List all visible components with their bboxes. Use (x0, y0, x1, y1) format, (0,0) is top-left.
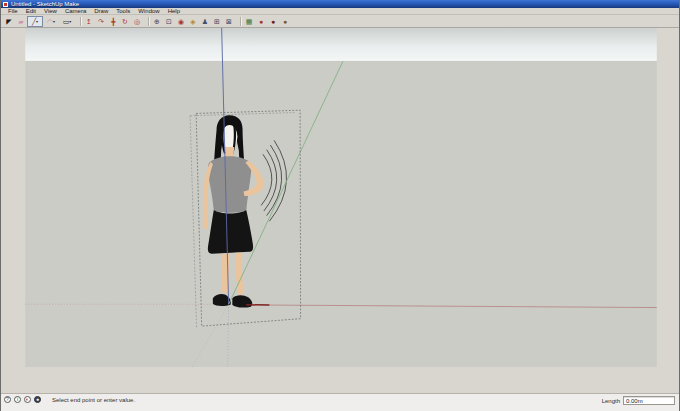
instructor-icon[interactable]: i (14, 396, 21, 403)
figure-skirt (208, 210, 253, 254)
position-camera-icon: ♟ (202, 18, 208, 25)
shapes-dropdown-icon[interactable]: ▾ (69, 19, 71, 24)
follow-me-button[interactable]: ↷ (95, 16, 107, 27)
model-info-icon: ▦ (246, 18, 253, 25)
menu-draw[interactable]: Draw (90, 8, 112, 15)
styles-icon: ● (283, 18, 287, 25)
pan-icon: ◈ (190, 18, 195, 25)
help-icon[interactable]: ? (4, 396, 11, 403)
menu-help[interactable]: Help (164, 8, 184, 15)
eraser-icon: ▰ (18, 18, 23, 25)
zoom-icon: ⊕ (154, 18, 160, 25)
toolbar-separator (148, 17, 149, 26)
signin-icon[interactable]: ● (34, 396, 41, 403)
menu-camera[interactable]: Camera (61, 8, 90, 15)
components-icon: ● (271, 18, 275, 25)
follow-me-icon: ↷ (98, 18, 104, 25)
select-button[interactable]: ◤ (3, 16, 15, 27)
orbit-icon: ◉ (178, 18, 184, 25)
measurement-label: Length (602, 398, 620, 404)
menu-edit[interactable]: Edit (22, 8, 40, 15)
rotate-button[interactable]: ↻ (119, 16, 131, 27)
menu-file[interactable]: File (4, 8, 22, 15)
toolbar-group: ◤▰╱▾◠▾▭▾ (3, 16, 75, 27)
toolbar-separator (80, 17, 81, 26)
sketchup-window: Untitled - SketchUp Make FileEditViewCam… (0, 0, 680, 411)
components-button[interactable]: ● (267, 16, 279, 27)
line-dropdown-icon[interactable]: ▾ (36, 19, 38, 24)
ground (25, 61, 657, 367)
toolbar-group: ↥↷╋↻◎ (83, 16, 143, 27)
select-icon: ◤ (6, 18, 11, 25)
status-icons: ?i◐● (4, 396, 44, 403)
move-icon: ╋ (111, 18, 115, 25)
menu-tools[interactable]: Tools (112, 8, 134, 15)
push-pull-icon: ↥ (86, 18, 92, 25)
toolbar-group: ▦●●● (243, 16, 291, 27)
toolbar-group: ⊕⊡◉◈♟⊞⊠ (151, 16, 235, 27)
shapes-icon: ▭ (63, 18, 70, 25)
eraser-button[interactable]: ▰ (15, 16, 27, 27)
zoom-in-button[interactable]: ⊞ (211, 16, 223, 27)
zoom-in-icon: ⊞ (214, 18, 220, 25)
zoom-extents-icon: ⊠ (226, 18, 232, 25)
figure-hand-left (203, 219, 209, 229)
shapes-button[interactable]: ▭▾ (59, 16, 75, 27)
materials-button[interactable]: ● (255, 16, 267, 27)
position-camera-button[interactable]: ♟ (199, 16, 211, 27)
menu-view[interactable]: View (40, 8, 61, 15)
viewport (1, 28, 680, 393)
measurement-area: Length 0.00m (602, 396, 675, 405)
move-button[interactable]: ╋ (107, 16, 119, 27)
arcs-button[interactable]: ◠▾ (43, 16, 59, 27)
zoom-button[interactable]: ⊕ (151, 16, 163, 27)
styles-button[interactable]: ● (279, 16, 291, 27)
sky (25, 28, 657, 61)
figure-shirt (208, 156, 251, 213)
push-pull-button[interactable]: ↥ (83, 16, 95, 27)
materials-icon: ● (259, 18, 263, 25)
menu-bar: FileEditViewCameraDrawToolsWindowHelp (1, 8, 679, 15)
app-logo-icon (3, 2, 8, 7)
model-info-button[interactable]: ▦ (243, 16, 255, 27)
status-hint: Select end point or enter value. (52, 396, 135, 404)
offset-icon: ◎ (134, 18, 140, 25)
zoom-extents-button[interactable]: ⊠ (223, 16, 235, 27)
geolocation-icon[interactable]: ◐ (24, 396, 31, 403)
offset-button[interactable]: ◎ (131, 16, 143, 27)
pan-button[interactable]: ◈ (187, 16, 199, 27)
measurement-input[interactable]: 0.00m (623, 396, 675, 405)
status-bar: ?i◐● Select end point or enter value. Le… (1, 393, 679, 411)
zoom-window-icon: ⊡ (166, 18, 172, 25)
menu-window[interactable]: Window (134, 8, 163, 15)
arcs-dropdown-icon[interactable]: ▾ (53, 19, 55, 24)
rotate-icon: ↻ (122, 18, 128, 25)
orbit-button[interactable]: ◉ (175, 16, 187, 27)
line-button[interactable]: ╱▾ (27, 16, 43, 27)
zoom-window-button[interactable]: ⊡ (163, 16, 175, 27)
drawing-canvas[interactable] (1, 28, 680, 393)
toolbar: ◤▰╱▾◠▾▭▾↥↷╋↻◎⊕⊡◉◈♟⊞⊠▦●●● (1, 15, 679, 28)
toolbar-separator (240, 17, 241, 26)
